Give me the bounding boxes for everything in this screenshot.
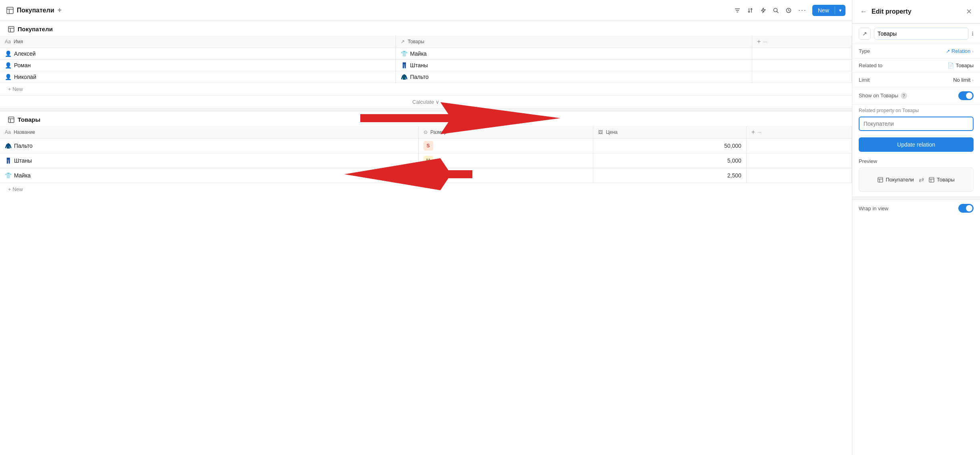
toolbar-icons: ··· <box>732 4 809 17</box>
section-divider <box>0 108 852 111</box>
size-badge: M <box>424 156 433 165</box>
col-goods-header: ↗ Товары <box>396 36 752 48</box>
panel-back-btn[interactable]: ← <box>859 6 868 17</box>
calculate-row[interactable]: Calculate ∨ <box>0 95 852 108</box>
col-more-btn[interactable]: ··· <box>763 39 767 44</box>
add-table-btn[interactable]: + <box>57 6 62 14</box>
type-row: Type ↗ Relation › <box>852 44 980 58</box>
wrap-divider <box>852 197 980 200</box>
add-col-btn[interactable]: + <box>757 38 761 45</box>
wrap-label: Wrap in view <box>859 205 958 211</box>
main-table-title: Покупатели <box>17 7 54 14</box>
section-header-goods: Товары <box>0 111 852 126</box>
buyer-goods-cell: 👖Штаны <box>396 60 752 71</box>
field-name-input[interactable] <box>874 28 968 40</box>
preview-arrow: ⇄ <box>919 176 924 183</box>
preview-table2: Товары <box>929 177 955 183</box>
table-row: 👤Роман 👖Штаны <box>0 60 852 71</box>
table-row: 🧥Пальто S 50,000 <box>0 139 852 153</box>
search-btn[interactable] <box>770 5 781 16</box>
goods-icon-0: 👕 <box>401 50 408 57</box>
svg-rect-9 <box>8 26 14 32</box>
goods-size-cell: S <box>418 139 593 153</box>
add-buyer-row[interactable]: + New <box>0 83 852 95</box>
panel-title: Edit property <box>872 8 961 15</box>
help-icon[interactable]: ? <box>901 93 907 99</box>
goods-table-icon <box>8 117 14 123</box>
user-icon: 👤 <box>5 62 12 68</box>
preview-table1-icon <box>878 177 883 183</box>
size-badge: L <box>424 171 433 180</box>
wrap-in-view-toggle[interactable] <box>958 204 974 213</box>
goods-price-cell: 2,500 <box>593 168 747 183</box>
table-row: 👤Николай 🧥Пальто <box>0 71 852 83</box>
goods-icon-1: 👖 <box>401 62 408 68</box>
goods-size-cell: M <box>418 153 593 168</box>
wrap-in-view-row: Wrap in view <box>852 200 980 217</box>
add-goods-row[interactable]: + New <box>0 183 852 195</box>
limit-value[interactable]: No limit › <box>953 77 974 83</box>
toolbar-title-area: Покупатели + <box>6 6 62 14</box>
tables-area: Покупатели Аа Имя ↗ Товары <box>0 21 852 455</box>
add-col-goods-header[interactable]: + ··· <box>746 126 851 139</box>
right-panel: ← Edit property ✕ ↗ ℹ Type ↗ Relation › … <box>852 0 980 455</box>
toggle-slider <box>958 91 974 100</box>
preview-box: Покупатели ⇄ Товары <box>859 167 974 192</box>
user-icon: 👤 <box>5 74 12 80</box>
section-header-buyers: Покупатели <box>0 21 852 36</box>
goods-size-cell: L <box>418 168 593 183</box>
field-type-icon: ↗ <box>859 28 871 40</box>
related-to-value[interactable]: 📄 Товары <box>948 62 974 68</box>
table-row: 👤Алексей 👕Майка <box>0 48 852 60</box>
goods-name-cell: 👖Штаны <box>0 153 418 168</box>
col-name-header: Аа Название <box>0 126 418 139</box>
svg-rect-0 <box>7 7 13 14</box>
col-more-goods-btn[interactable]: ··· <box>757 129 761 135</box>
history-btn[interactable] <box>783 5 794 16</box>
limit-row: Limit No limit › <box>852 73 980 87</box>
new-button[interactable]: New ▾ <box>812 5 845 16</box>
buyer-goods-cell: 🧥Пальто <box>396 71 752 83</box>
col-price-header: 🖼 Цена <box>593 126 747 139</box>
show-on-row: Show on Товары ? <box>852 87 980 105</box>
field-info-btn[interactable]: ℹ <box>972 30 974 37</box>
buyer-goods-cell: 👕Майка <box>396 48 752 60</box>
goods-table: Аа Название ⊙ Размер 🖼 Цена <box>0 126 852 183</box>
filter-btn[interactable] <box>732 5 743 16</box>
size-badge: S <box>424 141 433 151</box>
goods-icon-2: 🧥 <box>401 74 408 80</box>
buyers-header-row: Аа Имя ↗ Товары + ··· <box>0 36 852 48</box>
preview-label: Preview <box>852 155 980 166</box>
related-to-row: Related to 📄 Товары <box>852 58 980 73</box>
add-col-header[interactable]: + ··· <box>752 36 852 48</box>
preview-table2-icon <box>929 177 934 183</box>
svg-rect-15 <box>878 177 883 182</box>
show-on-label: Show on Товары ? <box>859 93 958 99</box>
table-row: 👖Штаны M 5,000 <box>0 153 852 168</box>
more-btn[interactable]: ··· <box>796 4 809 17</box>
goods-price-cell: 5,000 <box>593 153 747 168</box>
panel-close-btn[interactable]: ✕ <box>964 6 974 18</box>
related-prop-label: Related property on Товары <box>852 105 980 115</box>
section-buyers: Покупатели Аа Имя ↗ Товары <box>0 21 852 108</box>
lightning-btn[interactable] <box>757 5 769 16</box>
related-prop-input[interactable] <box>859 117 974 131</box>
update-relation-btn[interactable]: Update relation <box>859 137 974 152</box>
buyers-table: Аа Имя ↗ Товары + ··· <box>0 36 852 83</box>
svg-rect-12 <box>8 117 14 123</box>
sort-btn[interactable] <box>745 5 756 16</box>
buyers-section-title: Покупатели <box>18 26 53 32</box>
user-icon: 👤 <box>5 50 12 57</box>
table-icon <box>6 7 14 14</box>
buyer-name-cell: 👤Николай <box>0 71 396 83</box>
buyer-name-cell: 👤Алексей <box>0 48 396 60</box>
buyers-table-icon <box>8 26 14 32</box>
panel-header: ← Edit property ✕ <box>852 0 980 24</box>
goods-section-title: Товары <box>18 116 40 123</box>
col-size-header: ⊙ Размер <box>418 126 593 139</box>
goods-price-cell: 50,000 <box>593 139 747 153</box>
type-value[interactable]: ↗ Relation › <box>946 48 974 54</box>
show-on-toggle[interactable] <box>958 91 974 100</box>
add-col-goods-btn[interactable]: + <box>751 129 755 136</box>
goods-header-row: Аа Название ⊙ Размер 🖼 Цена <box>0 126 852 139</box>
